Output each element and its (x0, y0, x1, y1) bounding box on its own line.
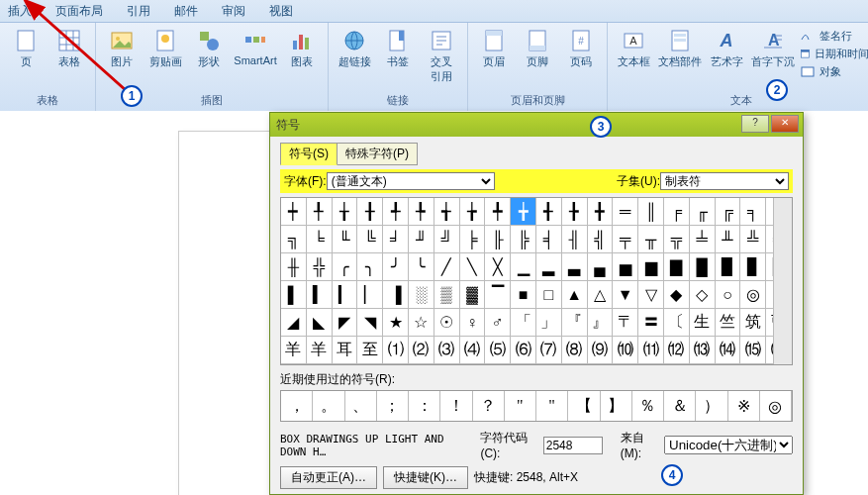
subset-select[interactable]: 制表符 (660, 172, 789, 190)
char-cell[interactable]: ⒂ (740, 337, 766, 364)
tab-pagelayout[interactable]: 页面布局 (55, 3, 103, 20)
char-cell[interactable]: △ (588, 281, 614, 309)
char-cell[interactable]: ░ (409, 281, 434, 309)
char-cell[interactable]: ▲ (562, 281, 588, 309)
char-cell[interactable]: ○ (716, 281, 741, 309)
char-cell[interactable]: ╭ (333, 253, 358, 281)
char-cell[interactable]: ◢ (281, 309, 307, 337)
btn-clipart[interactable]: 剪贴画 (145, 27, 185, 69)
char-cell[interactable]: ◎ (740, 281, 766, 309)
tab-mailings[interactable]: 邮件 (174, 3, 198, 20)
recent-cell[interactable]: " (536, 391, 568, 421)
char-cell[interactable]: 羊 (307, 337, 333, 364)
tab-review[interactable]: 审阅 (222, 3, 245, 20)
char-cell[interactable]: ⑿ (664, 337, 690, 364)
char-cell[interactable]: ║ (638, 198, 664, 226)
char-cell[interactable]: ⑴ (383, 337, 409, 364)
btn-object[interactable]: 对象 (800, 62, 868, 80)
char-cell[interactable]: ╕ (740, 198, 766, 226)
char-cell[interactable]: ╱ (434, 253, 460, 281)
char-cell[interactable]: ╦ (664, 226, 690, 253)
char-cell[interactable]: 筑 (740, 309, 766, 337)
char-cell[interactable]: ⑶ (434, 337, 460, 364)
char-cell[interactable]: ♀ (460, 309, 486, 337)
btn-header[interactable]: 页眉 (474, 27, 514, 69)
char-cell[interactable]: ╂ (357, 198, 383, 226)
char-cell[interactable]: ▎ (333, 281, 358, 309)
char-cell[interactable]: 至 (357, 337, 383, 364)
btn-autocorrect[interactable]: 自动更正(A)… (280, 466, 377, 489)
char-cell[interactable]: ╊ (562, 198, 588, 226)
char-cell[interactable]: ╛ (383, 226, 409, 253)
char-cell[interactable]: ╣ (588, 226, 614, 253)
char-cell[interactable]: ◇ (690, 281, 716, 309)
btn-chart[interactable]: 图表 (282, 27, 322, 69)
char-cell[interactable]: ╒ (664, 198, 690, 226)
char-cell[interactable]: ╀ (307, 198, 333, 226)
char-cell[interactable]: ╫ (281, 253, 307, 281)
char-cell[interactable]: ▏ (357, 281, 383, 309)
btn-bookmark[interactable]: 书签 (378, 27, 418, 69)
char-cell[interactable]: ╔ (716, 198, 741, 226)
char-cell[interactable]: ▼ (613, 281, 638, 309)
char-cell[interactable]: ╜ (409, 226, 434, 253)
char-cell[interactable]: 羊 (281, 337, 307, 364)
char-cell[interactable]: ⑾ (638, 337, 664, 364)
char-cell[interactable]: ▅ (613, 253, 638, 281)
char-cell[interactable]: ╗ (281, 226, 307, 253)
tab-view[interactable]: 视图 (269, 3, 293, 20)
recent-cell[interactable]: 】 (601, 391, 632, 421)
char-cell[interactable]: ╰ (409, 253, 434, 281)
char-cell[interactable]: ☆ (409, 309, 434, 337)
char-cell[interactable]: ╇ (485, 198, 511, 226)
btn-coverpage[interactable]: 页 (6, 27, 46, 69)
recent-cell[interactable]: ！ (440, 391, 472, 421)
tab-insert[interactable]: 插入 (8, 3, 32, 20)
char-cell[interactable]: ▔ (485, 281, 511, 309)
recent-cell[interactable]: 。 (313, 391, 344, 421)
char-cell[interactable]: ╁ (333, 198, 358, 226)
char-cell[interactable]: ╩ (740, 226, 766, 253)
char-cell[interactable]: ╈ (511, 198, 536, 226)
char-cell[interactable]: ╘ (307, 226, 333, 253)
char-cell[interactable]: □ (536, 281, 562, 309)
char-cell[interactable]: ◥ (357, 309, 383, 337)
char-cell[interactable]: 〔 (664, 309, 690, 337)
char-cell[interactable]: ▽ (638, 281, 664, 309)
btn-table[interactable]: 表格 (49, 27, 89, 69)
char-cell[interactable]: ╆ (460, 198, 486, 226)
char-cell[interactable]: ╨ (716, 226, 741, 253)
btn-shapes[interactable]: 形状 (189, 27, 229, 69)
btn-crossref[interactable]: 交叉 引用 (422, 27, 461, 84)
char-cell[interactable]: ⑹ (511, 337, 536, 364)
char-cell[interactable]: ╮ (357, 253, 383, 281)
char-cell[interactable]: ◣ (307, 309, 333, 337)
dialog-help-button[interactable]: ? (741, 115, 769, 133)
recent-cell[interactable]: ？ (473, 391, 505, 421)
char-cell[interactable]: ▂ (536, 253, 562, 281)
btn-dropcap[interactable]: A首字下沉 (750, 27, 796, 69)
recent-cell[interactable]: " (505, 391, 536, 421)
btn-footer[interactable]: 页脚 (518, 27, 557, 69)
char-cell[interactable]: 竺 (716, 309, 741, 337)
char-cell[interactable]: ╧ (690, 226, 716, 253)
recent-cell[interactable]: 【 (568, 391, 600, 421)
char-cell[interactable]: █ (690, 253, 716, 281)
char-cell[interactable]: ⑷ (460, 337, 486, 364)
char-cell[interactable]: ▉ (716, 253, 741, 281)
char-cell[interactable]: ⑽ (613, 337, 638, 364)
char-cell[interactable]: 「 (511, 309, 536, 337)
char-cell[interactable]: ⑵ (409, 337, 434, 364)
recent-cell[interactable]: ； (377, 391, 409, 421)
char-cell[interactable]: ╉ (536, 198, 562, 226)
char-cell[interactable]: ╬ (307, 253, 333, 281)
char-cell[interactable]: ▐ (383, 281, 409, 309)
dialog-titlebar[interactable]: 符号 ? ✕ (270, 113, 803, 137)
scrollbar[interactable] (773, 198, 792, 364)
char-cell[interactable]: ☉ (434, 309, 460, 337)
char-cell[interactable]: ╄ (409, 198, 434, 226)
char-cell[interactable]: 〓 (638, 309, 664, 337)
char-cell[interactable]: ╡ (536, 226, 562, 253)
char-cell[interactable]: ⑸ (485, 337, 511, 364)
char-cell[interactable]: ╙ (333, 226, 358, 253)
